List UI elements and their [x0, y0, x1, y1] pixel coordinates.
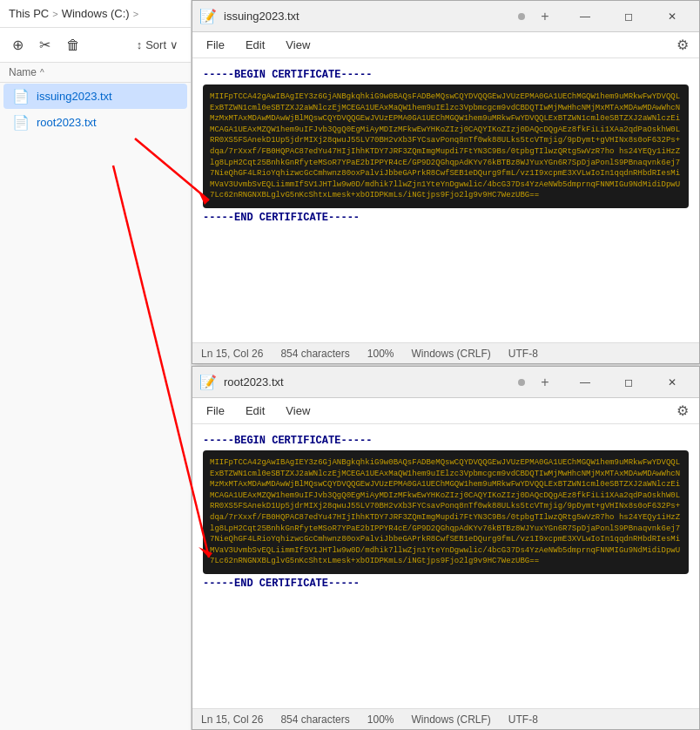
file-icon-root: 📄	[12, 114, 30, 131]
column-sort-icon: ^	[40, 68, 44, 78]
cert-end-footer-2: -----END CERTIFICATE-----	[203, 578, 689, 590]
new-tab-button-2[interactable]: +	[532, 369, 558, 395]
window-title-2: root2023.txt	[224, 375, 511, 389]
file-explorer-panel: This PC > Windows (C:) > ⊕ ✂ 🗑 ↕ Sort ∨ …	[0, 0, 192, 730]
titlebar-2: 📝 root2023.txt + — ◻ ✕	[192, 367, 699, 398]
status-encoding-2: UTF-8	[508, 713, 538, 726]
menu-bar-1: File Edit View ⚙	[192, 32, 699, 58]
menu-view-1[interactable]: View	[275, 35, 320, 55]
delete-button[interactable]: 🗑	[61, 34, 85, 57]
file-item-issuing[interactable]: 📄 issuing2023.txt	[3, 84, 187, 109]
close-button-1[interactable]: ✕	[652, 3, 692, 30]
status-zoom-2: 100%	[367, 713, 394, 726]
close-button-2[interactable]: ✕	[652, 369, 692, 395]
breadcrumb-sep-2: >	[133, 9, 138, 19]
column-name-label: Name	[9, 66, 37, 78]
minimize-button-1[interactable]: —	[565, 3, 605, 30]
breadcrumb-sep-1: >	[52, 9, 57, 19]
settings-button-2[interactable]: ⚙	[670, 399, 696, 422]
new-tab-button-1[interactable]: +	[532, 3, 558, 30]
sort-icon: ↕	[137, 38, 143, 51]
window-controls-2: — ◻ ✕	[565, 369, 692, 395]
status-bar-2: Ln 15, Col 26 854 characters 100% Window…	[192, 708, 699, 729]
cert-begin-header-2: -----BEGIN CERTIFICATE-----	[203, 435, 689, 447]
menu-view-2[interactable]: View	[275, 401, 320, 421]
menu-edit-1[interactable]: Edit	[235, 35, 275, 55]
notepad-panel: 📝 issuing2023.txt + — ◻ ✕ File Edit View…	[192, 0, 700, 730]
sort-chevron-icon: ∨	[170, 38, 178, 51]
maximize-button-2[interactable]: ◻	[609, 369, 649, 395]
new-button[interactable]: ⊕	[7, 33, 29, 57]
cert-body-1: MIIFpTCCA42gAwIBAgIEY3z6GjANBgkqhkiG9w0B…	[203, 84, 689, 208]
cert-body-text-2: MIIFpTCCA42gAwIBAgIEY3z6GjANBgkqhkiG9w0B…	[210, 457, 682, 567]
column-name-header[interactable]: Name ^	[0, 63, 191, 83]
cert-begin-header-1: -----BEGIN CERTIFICATE-----	[203, 69, 689, 81]
cert-body-2: MIIFpTCCA42gAwIBAgIEY3z6GjANBgkqhkiG9w0B…	[203, 450, 689, 574]
sort-label: Sort	[145, 38, 166, 51]
status-chars-2: 854 characters	[280, 713, 349, 726]
file-icon-issuing: 📄	[12, 88, 30, 105]
menu-bar-2: File Edit View ⚙	[192, 398, 699, 424]
settings-button-1[interactable]: ⚙	[670, 33, 696, 57]
file-item-root[interactable]: 📄 root2023.txt	[3, 110, 187, 135]
notepad-window-2: 📝 root2023.txt + — ◻ ✕ File Edit View ⚙ …	[192, 366, 700, 730]
maximize-button-1[interactable]: ◻	[609, 3, 649, 30]
unsaved-dot-1	[518, 13, 525, 20]
file-name-root: root2023.txt	[37, 116, 97, 129]
status-zoom-1: 100%	[367, 348, 394, 360]
explorer-toolbar: ⊕ ✂ 🗑 ↕ Sort ∨	[0, 28, 191, 63]
editor-area-1[interactable]: -----BEGIN CERTIFICATE----- MIIFpTCCA42g…	[192, 58, 699, 342]
window-title-1: issuing2023.txt	[224, 10, 511, 23]
cert-body-text-1: MIIFpTCCA42gAwIBAgIEY3z6GjANBgkqhkiG9w0B…	[210, 91, 682, 201]
sort-button[interactable]: ↕ Sort ∨	[131, 35, 184, 55]
cut-button[interactable]: ✂	[34, 33, 56, 57]
titlebar-1: 📝 issuing2023.txt + — ◻ ✕	[192, 1, 699, 32]
file-list: 📄 issuing2023.txt 📄 root2023.txt	[0, 83, 191, 730]
status-position-1: Ln 15, Col 26	[201, 348, 263, 360]
status-position-2: Ln 15, Col 26	[201, 713, 263, 726]
breadcrumb-windows-c[interactable]: Windows (C:)	[62, 7, 130, 20]
status-eol-1: Windows (CRLF)	[411, 348, 490, 360]
breadcrumb-this-pc[interactable]: This PC	[9, 7, 49, 20]
notepad-icon-2: 📝	[199, 374, 217, 390]
notepad-icon-1: 📝	[199, 8, 217, 24]
menu-file-1[interactable]: File	[196, 35, 235, 55]
unsaved-dot-2	[518, 379, 525, 386]
status-bar-1: Ln 15, Col 26 854 characters 100% Window…	[192, 342, 699, 363]
status-eol-2: Windows (CRLF)	[411, 713, 490, 726]
minimize-button-2[interactable]: —	[565, 369, 605, 395]
editor-area-2[interactable]: -----BEGIN CERTIFICATE----- MIIFpTCCA42g…	[192, 424, 699, 708]
notepad-window-1: 📝 issuing2023.txt + — ◻ ✕ File Edit View…	[192, 0, 700, 364]
status-chars-1: 854 characters	[280, 348, 349, 360]
cert-end-footer-1: -----END CERTIFICATE-----	[203, 212, 689, 224]
file-name-issuing: issuing2023.txt	[37, 90, 112, 103]
window-controls-1: — ◻ ✕	[565, 3, 692, 30]
menu-edit-2[interactable]: Edit	[235, 401, 275, 421]
menu-file-2[interactable]: File	[196, 401, 235, 421]
breadcrumb: This PC > Windows (C:) >	[0, 0, 191, 28]
status-encoding-1: UTF-8	[508, 348, 538, 360]
